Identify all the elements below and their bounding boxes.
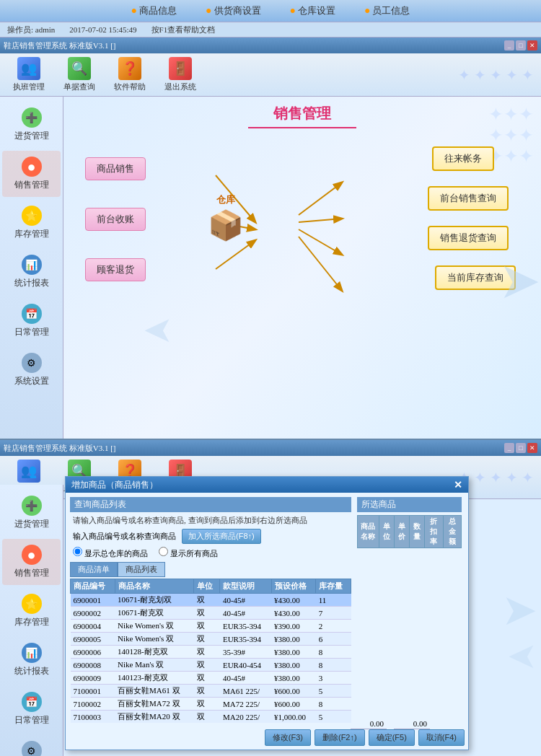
confirm-button[interactable]: 确定(F5) — [369, 729, 415, 746]
sidebar-item-settings[interactable]: ⚙ 系统设置 — [2, 347, 61, 393]
dot-icon: ● — [290, 5, 296, 17]
sidebar-item-daily[interactable]: 📅 日常管理 — [2, 298, 61, 344]
minimize-button[interactable]: _ — [504, 40, 514, 50]
sales-query-box[interactable]: 前台销售查询 — [428, 186, 509, 211]
arrow-deco-bottom: ➤ — [501, 584, 537, 636]
table-row[interactable]: 6900004Nike Women's 双双EUR35-394¥390.002 — [71, 620, 351, 633]
minimize-button-2[interactable]: _ — [504, 443, 514, 453]
edit-button[interactable]: 修改(F3) — [265, 729, 311, 746]
radio-all-input[interactable] — [159, 547, 168, 556]
query-label: 输入商品编号或名称查询商品 — [73, 531, 176, 542]
table-row[interactable]: 690000110671-耐克划双双40-45#¥430.0011 — [71, 594, 351, 607]
table-row[interactable]: 6900009140123-耐克双双40-45#¥380.003 — [71, 672, 351, 685]
sidebar-item-purchase[interactable]: ➕ 进货管理 — [2, 102, 61, 148]
table-row[interactable]: 6900006140128-耐克双双35-39#¥380.008 — [71, 646, 351, 659]
sidebar2-item-purchase[interactable]: ➕ 进货管理 — [2, 490, 61, 536]
table-row[interactable]: 6900005Nike Women's 双双EUR35-394¥380.006 — [71, 633, 351, 646]
table-tabs: 商品清单 商品列表 — [70, 562, 351, 577]
right-col-unit: 单位 — [379, 516, 394, 548]
sidebar-item-sales[interactable]: ● 销售管理 — [2, 151, 61, 197]
sidebar2-item-settings[interactable]: ⚙ 系统设置 — [2, 735, 61, 756]
radio-total-input[interactable] — [73, 547, 82, 556]
menu-item-warehouse[interactable]: ● 仓库设置 — [290, 4, 335, 17]
dialog-close-button[interactable]: ✕ — [454, 479, 462, 491]
close-button[interactable]: ✕ — [527, 40, 537, 50]
content-area-1: ✦✦✦✦✦✦✦✦✦ 销售管理 — [63, 97, 541, 460]
table-row[interactable]: 690000210671-耐克双双40-45#¥430.007 — [71, 607, 351, 620]
menu-item-staff[interactable]: ● 员工信息 — [364, 4, 410, 17]
dot-icon: ● — [364, 5, 370, 17]
close-button-2[interactable]: ✕ — [527, 443, 537, 453]
sidebar-item-reports[interactable]: 📊 统计报表 — [2, 249, 61, 295]
sidebar2-item-daily[interactable]: 📅 日常管理 — [2, 686, 61, 732]
maximize-button-2[interactable]: □ — [516, 443, 526, 453]
accounts-box[interactable]: 往来帐务 — [432, 146, 494, 171]
shift-manage-icon: 👥 — [17, 57, 40, 80]
window-title-bar-2: 鞋店销售管理系统 标准版V3.1 [] _ □ ✕ — [0, 440, 541, 456]
bottom-window: 鞋店销售管理系统 标准版V3.1 [] _ □ ✕ 👥 执班管理 🔍 单据查询 … — [0, 439, 541, 756]
sidebar-item-inventory[interactable]: ⭐ 库存管理 — [2, 200, 61, 246]
front-desk-receipt-box[interactable]: 前台收账 — [85, 208, 146, 231]
radio-total-warehouse[interactable]: 显示总仓库的商品 — [73, 547, 148, 559]
radio-all-products[interactable]: 显示所有商品 — [159, 547, 218, 559]
top-window: ● 商品信息 ● 供货商设置 ● 仓库设置 ● 员工信息 操作员: admin … — [0, 0, 541, 439]
dialog-title-text: 增加商品（商品销售） — [71, 479, 158, 491]
settings-icon-2: ⚙ — [22, 741, 42, 756]
table-row[interactable]: 6900008Nike Man's 双双EUR40-454¥380.008 — [71, 659, 351, 672]
query-hint: 请输入商品编号或名称查询商品, 查询到商品后添加到右边所选商品 — [70, 515, 351, 526]
total-value-2: 0.00 — [394, 718, 430, 729]
exit-button[interactable]: 🚪 退出系统 — [159, 55, 202, 94]
shift-manage-button[interactable]: 👥 执班管理 — [7, 55, 50, 94]
sidebar-1: ➕ 进货管理 ● 销售管理 ⭐ 库存管理 📊 统计报表 📅 日常管理 ⚙ 系统设 — [0, 97, 63, 460]
dot-icon: ● — [206, 5, 211, 17]
menu-item-product[interactable]: ● 商品信息 — [131, 4, 177, 17]
sidebar2-item-inventory[interactable]: ⭐ 库存管理 — [2, 588, 61, 634]
purchase-icon-2: ➕ — [22, 496, 42, 516]
return-query-box[interactable]: 销售退货查询 — [428, 226, 509, 250]
dialog-body: 查询商品列表 请输入商品编号或名称查询商品, 查询到商品后添加到右边所选商品 输… — [66, 493, 468, 727]
shift-manage-icon-2: 👥 — [17, 460, 40, 483]
right-col-price: 单价 — [394, 516, 409, 548]
total-value-1: 0.00 — [351, 718, 387, 729]
col-price: 预设价格 — [271, 579, 316, 594]
daily-icon: 📅 — [22, 304, 42, 324]
svg-line-4 — [299, 183, 342, 215]
status-bar-1: 操作员: admin 2017-07-02 15:45:49 按F1查看帮助文档 — [0, 22, 541, 38]
customer-return-box[interactable]: 顾客退货 — [85, 258, 146, 281]
col-type: 款型说明 — [220, 579, 271, 594]
arrow-deco-bottom-2: ➤ — [507, 635, 537, 677]
help-button[interactable]: ❓ 软件帮助 — [108, 55, 151, 94]
warehouse-center: 仓库 📦 — [208, 193, 244, 242]
help-hint-1: 按F1查看帮助文档 — [151, 25, 216, 35]
maximize-button[interactable]: □ — [516, 40, 526, 50]
receipt-query-icon: 🔍 — [68, 57, 91, 80]
delete-button[interactable]: 删除(F2↑) — [315, 729, 365, 746]
receipt-query-button[interactable]: 🔍 单据查询 — [58, 55, 101, 94]
help-icon: ❓ — [118, 57, 141, 80]
cancel-dialog-button[interactable]: 取消(F4) — [418, 729, 465, 746]
table-row[interactable]: 7100001百丽女鞋MA61 双双MA61 225/¥600.005 — [71, 685, 351, 698]
section-title-query: 查询商品列表 — [70, 497, 351, 512]
add-selected-button[interactable]: 加入所选商品(F8↑) — [182, 529, 261, 544]
add-product-dialog: 增加商品（商品销售） ✕ 查询商品列表 请输入商品编号或名称查询商品, 查询到商… — [65, 476, 469, 750]
product-table-scroll[interactable]: 商品编号 商品名称 单位 款型说明 预设价格 库存量 690000110671-… — [70, 579, 351, 723]
svg-line-5 — [299, 219, 342, 222]
col-unit: 单位 — [194, 579, 220, 594]
sidebar2-item-sales[interactable]: ● 销售管理 — [2, 539, 61, 585]
svg-line-6 — [299, 229, 342, 255]
tab-product-list[interactable]: 商品清单 — [70, 562, 118, 577]
sidebar-2: ➕ 进货管理 ● 销售管理 ⭐ 库存管理 📊 统计报表 📅 日常管理 ⚙ 系统设… — [0, 485, 63, 756]
product-sales-box[interactable]: 商品销售 — [85, 157, 146, 180]
diagram-area: 商品销售 前台收账 顾客退货 仓库 📦 往来帐务 前台销售 — [71, 143, 534, 374]
stock-query-box[interactable]: 当前库存查询 — [435, 265, 516, 290]
sidebar2-item-reports[interactable]: 📊 统计报表 — [2, 637, 61, 683]
table-row[interactable]: 7100003百丽女鞋MA20 双双MA20 225/¥1,000.005 — [71, 711, 351, 724]
daily-icon-2: 📅 — [22, 692, 42, 712]
stars-decoration: ✦ ✦ ✦ ✦ ✦ — [209, 66, 534, 84]
right-col-qty: 数量 — [409, 516, 424, 548]
tab-product-catalog[interactable]: 商品列表 — [118, 562, 165, 577]
right-col-discount: 折扣率 — [425, 516, 443, 548]
table-row[interactable]: 7100002百丽女鞋MA72 双双MA72 225/¥600.008 — [71, 698, 351, 711]
menu-item-supplier[interactable]: ● 供货商设置 — [206, 4, 260, 17]
dialog-title-bar: 增加商品（商品销售） ✕ — [66, 477, 468, 493]
